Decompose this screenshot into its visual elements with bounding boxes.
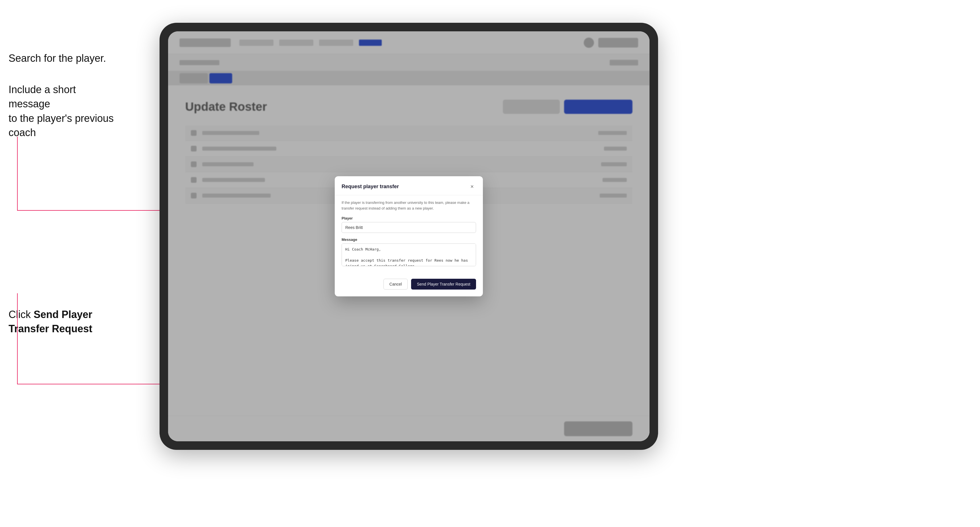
message-textarea[interactable]: Hi Coach McHarg, Please accept this tran… xyxy=(342,243,476,266)
modal-close-button[interactable]: × xyxy=(468,183,476,190)
modal-header: Request player transfer × xyxy=(335,176,483,195)
player-label: Player xyxy=(342,216,476,221)
modal-description: If the player is transferring from anoth… xyxy=(342,200,476,211)
player-input[interactable] xyxy=(342,222,476,233)
tablet-screen: Update Roster xyxy=(168,31,649,441)
send-transfer-request-button[interactable]: Send Player Transfer Request xyxy=(411,279,476,290)
cancel-button[interactable]: Cancel xyxy=(383,279,408,290)
modal-overlay: Request player transfer × If the player … xyxy=(168,31,649,441)
arrow-line-1-vertical xyxy=(17,137,18,211)
player-field: Player xyxy=(342,216,476,233)
message-field: Message Hi Coach McHarg, Please accept t… xyxy=(342,237,476,267)
arrow-line-2-vertical xyxy=(17,293,18,384)
modal-footer: Cancel Send Player Transfer Request xyxy=(335,279,483,296)
annotation-search: Search for the player. xyxy=(8,51,106,65)
modal-title: Request player transfer xyxy=(342,184,399,190)
annotation-message: Include a short messageto the player's p… xyxy=(8,83,117,140)
modal-dialog: Request player transfer × If the player … xyxy=(335,176,483,296)
annotation-click: Click Send Player Transfer Request xyxy=(8,308,117,336)
tablet-device: Update Roster xyxy=(159,23,658,450)
message-label: Message xyxy=(342,237,476,242)
modal-body: If the player is transferring from anoth… xyxy=(335,195,483,279)
